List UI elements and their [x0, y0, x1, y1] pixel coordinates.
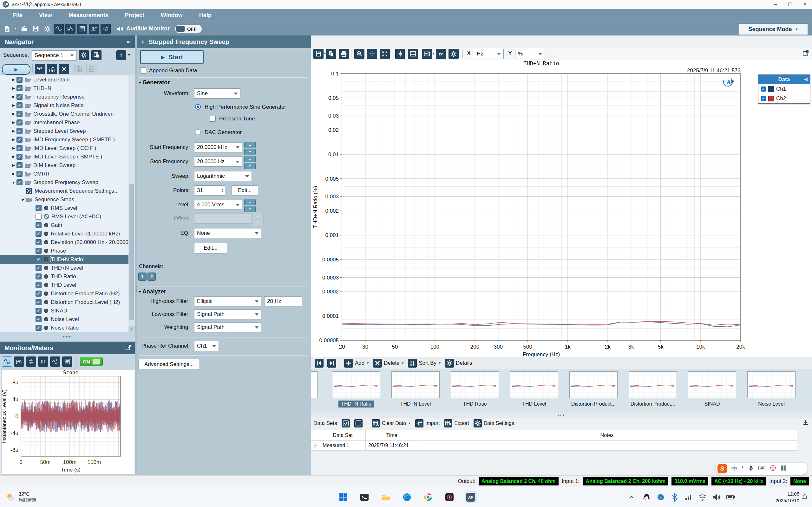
pan-tool-icon[interactable] — [367, 49, 377, 59]
ime-mode-icon[interactable]: 中 — [731, 465, 737, 472]
menu-item-project[interactable]: Project — [125, 12, 144, 19]
tree-item[interactable]: ▶✓Crosstalk, One Channel Undriven — [0, 110, 129, 118]
input2-value-badge[interactable]: None — [791, 477, 809, 486]
tree-item[interactable]: ✓Relative Level (1.00000 kHz) — [0, 229, 129, 238]
tree-checkbox[interactable]: ✓ — [36, 274, 42, 279]
zoom-tool-icon[interactable] — [354, 49, 364, 59]
audible-monitor-toggle[interactable]: OFF — [175, 25, 202, 33]
bluetooth-icon[interactable] — [669, 491, 680, 503]
maximize-button[interactable]: ▢ — [783, 0, 798, 8]
expand-arrow-icon[interactable]: ▶ — [11, 78, 16, 82]
expand-arrow-icon[interactable]: ▶ — [11, 112, 16, 116]
dock-icon[interactable] — [803, 419, 809, 427]
clock-widget[interactable]: 12:05 2025/10/10 — [775, 491, 799, 504]
spectrum-monitor-icon[interactable] — [65, 24, 75, 34]
tree-item[interactable]: ▶✓THD+N — [0, 84, 129, 93]
sequence-select[interactable]: Sequence 1 — [32, 50, 77, 60]
horizontal-splitter[interactable]: ••• — [311, 412, 812, 418]
tree-item[interactable]: ▶✓IMD Level Sweep ( SMPTE ) — [0, 153, 129, 161]
channel-2-button[interactable]: 2 — [148, 273, 156, 281]
thumbnail-partial[interactable] — [311, 372, 317, 398]
tree-item[interactable]: ✓THD+N Ratio — [0, 255, 129, 264]
tree-checkbox[interactable]: ✓ — [36, 205, 42, 211]
copy-graph-icon[interactable] — [326, 49, 336, 59]
run-sequence-button[interactable]: ▶ — [2, 64, 31, 75]
hp-sine-radio[interactable] — [195, 104, 201, 110]
add-thumbnail-button[interactable]: Add▼ — [344, 359, 369, 368]
weather-icon[interactable] — [5, 492, 16, 504]
stop-frequency-combo[interactable]: 20.0000 Hz — [194, 157, 242, 167]
sequence-settings-button[interactable] — [79, 50, 89, 60]
tree-checkbox[interactable]: ✓ — [36, 308, 42, 314]
output-value-badge[interactable]: Analog Balanced 2 Ch, 40 ohm — [478, 477, 559, 486]
first-thumbnail-button[interactable] — [315, 359, 323, 368]
tray-chevron-icon[interactable] — [626, 491, 637, 503]
sine-monitor-icon[interactable] — [54, 24, 64, 34]
sequence-lock-button[interactable] — [91, 50, 101, 60]
column-header[interactable]: Notes — [418, 430, 796, 441]
append-graph-checkbox[interactable] — [140, 67, 146, 73]
speaker-tray-icon[interactable] — [711, 491, 722, 503]
open-file-icon[interactable] — [20, 24, 29, 34]
thumbnail-sinad[interactable]: SINAD — [685, 372, 740, 407]
thumbnail-distortion-product-[interactable]: Distortion Product... — [566, 372, 621, 407]
high-pass-filter-select[interactable]: Elliptic — [194, 296, 261, 306]
last-thumbnail-button[interactable] — [327, 359, 336, 368]
chrome-icon[interactable] — [422, 491, 434, 503]
tree-item[interactable]: Measurement Sequence Settings... — [0, 187, 129, 195]
weather-widget[interactable]: 32°C 局部晴朗 — [18, 491, 36, 503]
tree-item[interactable]: ▶✓Stepped Level Sweep — [0, 127, 129, 135]
expand-arrow-icon[interactable]: ▶ — [11, 86, 16, 90]
table-row[interactable]: ✓Measured 12025/7/9 11:46:21 — [311, 441, 797, 451]
legend-row[interactable]: ✓Ch1 — [758, 84, 810, 94]
precision-tune-checkbox[interactable] — [210, 116, 216, 122]
battery-icon[interactable] — [725, 491, 736, 503]
ime-logo-icon[interactable]: S — [717, 464, 727, 473]
spectrum-monitor-icon[interactable] — [14, 356, 24, 367]
tree-checkbox[interactable]: ✓ — [16, 171, 22, 177]
expand-arrow-icon[interactable]: ▶ — [11, 172, 16, 176]
caret-icon[interactable]: ▼ — [366, 361, 369, 365]
meters-monitor-icon[interactable] — [62, 356, 72, 367]
tree-item[interactable]: ✓Noise Ratio — [0, 324, 129, 332]
tree-checkbox[interactable]: ✓ — [36, 316, 42, 322]
tree-item[interactable]: ▶✓DIM Level Sweep — [0, 161, 129, 170]
tree-checkbox[interactable]: ✓ — [36, 231, 42, 237]
tree-checkbox[interactable]: ✓ — [36, 265, 42, 271]
square-monitor-icon[interactable] — [38, 356, 48, 367]
tree-item[interactable]: ▶✓Interchannel Phase — [0, 118, 129, 127]
expand-arrow-icon[interactable]: ▶ — [11, 95, 16, 99]
tree-item[interactable]: ▶✓IMD Frequency Sweep ( SMPTE ) — [0, 135, 129, 144]
low-pass-filter-select[interactable]: Signal Path — [194, 309, 261, 320]
tree-checkbox[interactable]: ✓ — [16, 136, 22, 143]
input1-coupling-badge[interactable]: AC (<10 Hz) - 20 kHz — [711, 477, 766, 486]
tree-item[interactable]: ✓THD Ratio — [0, 272, 129, 281]
expand-arrow-icon[interactable]: ▶ — [20, 198, 26, 202]
ime-mic-icon[interactable] — [748, 465, 754, 472]
collapse-panel-icon[interactable]: ⇤ — [127, 39, 131, 45]
points-input[interactable]: 31▲▼ — [194, 185, 225, 195]
help-caret-icon[interactable]: ▼ — [128, 53, 131, 57]
phase-ref-channel-select[interactable]: Ch1 — [194, 341, 219, 351]
legend-row[interactable]: ✓Ch2 — [758, 94, 810, 103]
tree-checkbox[interactable]: ✓ — [36, 248, 42, 254]
qq-icon[interactable] — [641, 491, 652, 503]
tree-checkbox[interactable]: ✓ — [16, 162, 22, 168]
eq-edit-button[interactable]: Edit... — [194, 243, 227, 253]
graph-view-icon[interactable] — [422, 49, 432, 59]
channel-1-button[interactable]: 1 — [138, 273, 147, 281]
save-file-icon[interactable] — [31, 24, 41, 34]
popout-icon[interactable] — [125, 345, 131, 351]
sweep-monitor-icon[interactable] — [101, 24, 111, 34]
tree-checkbox[interactable]: ✓ — [36, 291, 42, 297]
table-view-icon[interactable] — [408, 49, 418, 59]
expand-arrow-icon[interactable]: ▶ — [11, 120, 16, 124]
tree-checkbox[interactable]: ✓ — [36, 239, 42, 245]
legend-checkbox[interactable]: ✓ — [761, 87, 766, 92]
tree-item[interactable]: ✓SINAD — [0, 306, 129, 315]
spinner[interactable]: ▲▼ — [244, 142, 256, 155]
tree-item[interactable]: RMS Level (AC+DC) — [0, 212, 129, 221]
print-graph-icon[interactable] — [339, 49, 349, 59]
back-chevron-icon[interactable]: ‹ — [142, 38, 144, 46]
x-unit-select[interactable]: Hz — [474, 49, 504, 59]
